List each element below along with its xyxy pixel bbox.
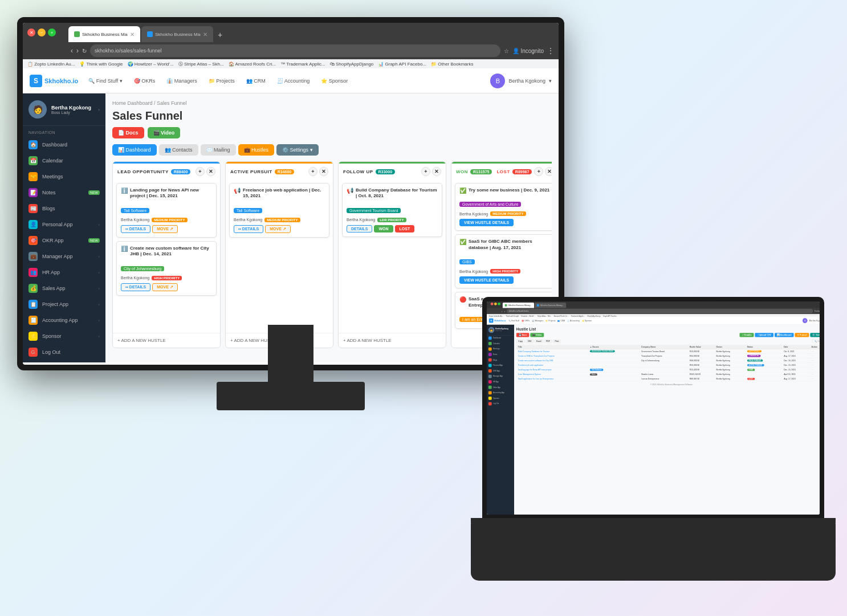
laptop-nav-sponsor[interactable]: Sponsor — [487, 395, 514, 401]
table-copy-btn[interactable]: Copy — [516, 339, 525, 342]
laptop-upload-btn[interactable]: ↑ Upload CSV — [755, 333, 773, 337]
sidebar-item-project-app[interactable]: 📋 Project App › — [23, 296, 105, 312]
laptop-nav-personal[interactable]: Personal App — [487, 363, 514, 369]
laptop-nav-manager[interactable]: Manager App — [487, 374, 514, 380]
laptop-bm-trademark[interactable]: Trademark Applic... — [571, 316, 585, 317]
table-print-btn[interactable]: Print — [553, 339, 561, 342]
laptop-nav-calendar[interactable]: Calendar — [487, 341, 514, 346]
back-btn[interactable]: ‹ — [71, 47, 73, 55]
laptop-settings-btn[interactable]: ⚙️ Settings — [810, 333, 820, 337]
bookmark-icon[interactable]: ☆ — [504, 48, 509, 54]
col-settings-active-icon[interactable]: ✕ — [319, 167, 328, 176]
table-pdf-btn[interactable]: PDF — [544, 339, 552, 342]
laptop-nav-meetings[interactable]: Meetings — [487, 346, 514, 352]
action-btn-2[interactable]: ··· — [812, 355, 813, 357]
laptop-nav-sponsor[interactable]: ⭐ Sponsor — [582, 319, 592, 321]
sidebar-item-notes[interactable]: 📝 Notes NEW — [23, 185, 105, 201]
card-5-view-btn[interactable]: VIEW HUSTLE DETAILS — [459, 219, 514, 226]
laptop-nav-find[interactable]: 🔍 Find Stuff — [508, 319, 520, 321]
table-excel-btn[interactable]: Excel — [535, 339, 543, 342]
nav-find-stuff[interactable]: 🔍 Find Stuff ▾ — [85, 76, 125, 86]
laptop-nav-okrs[interactable]: 🎯 OKRs — [522, 319, 530, 321]
tab-settings[interactable]: ⚙️ Settings ▾ — [276, 144, 319, 156]
sidebar-item-accounting-app[interactable]: 🧾 Accounting App › — [23, 312, 105, 328]
action-btn-7[interactable]: ··· — [812, 378, 813, 380]
laptop-nav-notes[interactable]: Notes — [487, 352, 514, 357]
laptop-nav-projects[interactable]: 📁 Projects — [545, 319, 555, 321]
nav-projects[interactable]: 📁 Projects — [205, 76, 238, 86]
forward-btn[interactable]: › — [76, 47, 79, 55]
sidebar-item-logout[interactable]: G Log Out — [23, 344, 105, 360]
laptop-bm-amazed[interactable]: Amazed Roofs Cri... — [554, 316, 569, 317]
col-add-icon[interactable]: + — [196, 167, 205, 176]
laptop-back-icon[interactable]: ‹ — [502, 309, 503, 312]
tab-close-icon[interactable]: ✕ — [130, 31, 135, 38]
bookmark-howitzer[interactable]: 🌍 Howitzer – World'... — [128, 62, 174, 67]
action-btn-4[interactable]: ··· — [812, 364, 813, 366]
action-btn-1[interactable]: ··· — [812, 350, 813, 352]
card-3-move-btn[interactable]: MOVE ↗ — [265, 225, 291, 233]
menu-icon[interactable]: ⋮ — [547, 47, 554, 55]
card-4-lost-btn[interactable]: LOST — [395, 225, 415, 232]
nav-crm[interactable]: 👥 CRM — [243, 76, 269, 86]
sidebar-item-hr-app[interactable]: 👥 HR App › — [23, 264, 105, 280]
laptop-bm-graph[interactable]: Graph API Facebo... — [603, 316, 618, 317]
laptop-nav-accounting[interactable]: Accounting App — [487, 390, 514, 396]
col-settings-followup-icon[interactable]: ✕ — [432, 167, 441, 176]
laptop-nav-crm[interactable]: 👥 CRM — [557, 319, 565, 321]
bookmark-amazed[interactable]: 🏠 Amazed Roofs Cri... — [229, 62, 276, 67]
nav-managers[interactable]: 👔 Managers — [163, 76, 201, 86]
maximize-btn[interactable]: + — [48, 28, 56, 36]
laptop-nav-sales[interactable]: Sales App — [487, 385, 514, 390]
card-1-move-btn[interactable]: MOVE ↗ — [152, 225, 178, 233]
laptop-bm-howitzer[interactable]: Howitzer – World'... — [521, 316, 535, 317]
laptop-tab-1[interactable]: Skhokho Business Manag... — [503, 303, 534, 308]
bookmark-shopify[interactable]: 🛍 ShopifyAppDjango — [330, 62, 374, 67]
bookmark-other[interactable]: 📁 Other Bookmarks — [431, 62, 473, 67]
sidebar-item-sponsor[interactable]: ⭐ Sponsor › — [23, 328, 105, 344]
close-btn[interactable]: ✕ — [27, 28, 35, 36]
card-3-details-btn[interactable]: •• DETAILS — [234, 225, 263, 233]
video-button[interactable]: 🎬 Video — [148, 127, 181, 138]
laptop-nav-logout[interactable]: Log Out — [487, 401, 514, 407]
address-bar[interactable]: skhokho.io/sales/sales-funnel — [90, 44, 500, 57]
card-2-details-btn[interactable]: •• DETAILS — [121, 283, 150, 291]
laptop-enable-btn[interactable]: ✓ Enable — [740, 333, 754, 337]
nav-okrs[interactable]: 🎯 OKRs — [131, 76, 159, 86]
add-hustle-lead[interactable]: + ADD A NEW HUSTLE — [113, 333, 220, 348]
laptop-nav-blogs[interactable]: Blogs — [487, 357, 514, 363]
sidebar-item-personal-app[interactable]: 👤 Personal App › — [23, 217, 105, 232]
laptop-close-btn[interactable] — [491, 303, 494, 305]
laptop-video-btn[interactable]: 🎬 Video — [530, 333, 544, 337]
table-csv-btn[interactable]: CSV — [526, 339, 534, 342]
bookmark-trademark[interactable]: ™ Trademark Applic... — [280, 62, 325, 67]
laptop-nav-managers[interactable]: 👔 Managers — [532, 319, 543, 321]
tab-close-2-icon[interactable]: ✕ — [203, 31, 207, 38]
laptop-bm-stripe[interactable]: Stripe Atlas – Skh... — [537, 316, 552, 317]
action-btn-3[interactable]: ··· — [812, 360, 813, 361]
col-add-followup-icon[interactable]: + — [421, 167, 430, 176]
tab-contacts[interactable]: 👥 Contacts — [159, 144, 198, 156]
docs-button[interactable]: 📄 Docs — [112, 127, 144, 138]
sidebar-item-dashboard[interactable]: 🏠 Dashboard — [23, 137, 105, 153]
card-2-move-btn[interactable]: MOVE ↗ — [152, 283, 178, 291]
laptop-bm-google[interactable]: Think with Google — [506, 316, 519, 317]
card-4-details-btn[interactable]: DETAILS — [347, 225, 372, 232]
laptop-bm-zopto[interactable]: Zopto LinkedIn Au... — [489, 316, 504, 317]
laptop-forward-icon[interactable]: › — [504, 309, 505, 312]
action-btn-5[interactable]: ··· — [812, 369, 813, 370]
refresh-btn[interactable]: ↻ — [82, 48, 87, 54]
laptop-address-bar[interactable]: skhokho.io/hustle/index — [507, 309, 813, 313]
laptop-tab-2[interactable]: Skhokho Business Manag... — [535, 303, 566, 308]
bookmark-google[interactable]: 💡 Think with Google — [79, 62, 123, 67]
sidebar-item-meetings[interactable]: 🤝 Meetings — [23, 169, 105, 185]
card-6-view-btn[interactable]: VIEW HUSTLE DETAILS — [459, 276, 514, 284]
card-4-won-btn[interactable]: WON — [374, 225, 393, 232]
tab-mailing[interactable]: ✉️ Mailing — [201, 144, 236, 156]
bookmark-zopto[interactable]: 📋 Zopto LinkedIn Au... — [27, 62, 75, 67]
laptop-funnel-btn[interactable]: ▼ Funnel — [795, 333, 809, 337]
nav-sponsor[interactable]: ⭐ Sponsor — [317, 76, 351, 86]
action-btn-6[interactable]: ··· — [812, 373, 813, 375]
laptop-save-btn[interactable]: 💾 Save — [516, 333, 530, 337]
new-tab-btn[interactable]: + — [214, 27, 226, 42]
